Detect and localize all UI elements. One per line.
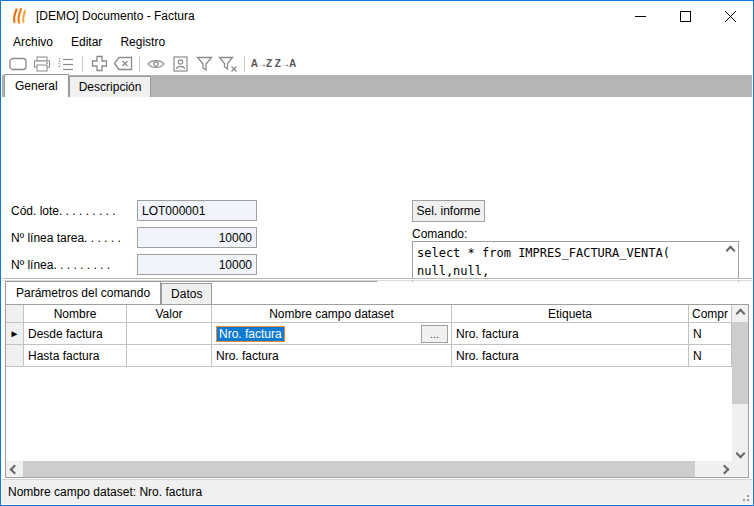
cell-valor[interactable] bbox=[127, 345, 212, 367]
cod-lote-label: Cód. lote. . . . . . . . . bbox=[11, 204, 116, 218]
cell-etiqueta[interactable]: Nro. factura bbox=[452, 323, 689, 345]
sort-desc-icon[interactable]: Z→A bbox=[273, 54, 297, 74]
tab-datos[interactable]: Datos bbox=[161, 283, 212, 304]
filter-clear-icon[interactable] bbox=[216, 54, 240, 74]
scroll-thumb[interactable] bbox=[23, 461, 695, 477]
sel-informe-button[interactable]: Sel. informe bbox=[412, 200, 485, 222]
tab-general[interactable]: General bbox=[4, 74, 69, 97]
svg-text:2: 2 bbox=[58, 61, 61, 67]
column-header-etiqueta[interactable]: Etiqueta bbox=[452, 305, 689, 323]
row-selector bbox=[6, 345, 24, 367]
filter-icon[interactable] bbox=[192, 54, 216, 74]
cell-nombre[interactable]: Desde factura bbox=[24, 323, 127, 345]
menu-registro[interactable]: Registro bbox=[111, 33, 174, 51]
resize-grip-icon[interactable] bbox=[740, 492, 750, 502]
column-header-valor[interactable]: Valor bbox=[127, 305, 212, 323]
scroll-left-icon[interactable] bbox=[6, 461, 22, 477]
grid-vertical-scrollbar[interactable] bbox=[732, 305, 748, 461]
column-header-comprobacion[interactable]: Compr bbox=[689, 305, 732, 323]
column-header-dataset[interactable]: Nombre campo dataset bbox=[212, 305, 452, 323]
num-linea-label: Nº línea. . . . . . . . . bbox=[11, 258, 110, 272]
menu-archivo[interactable]: Archivo bbox=[4, 33, 62, 51]
menu-editar[interactable]: Editar bbox=[62, 33, 111, 51]
cell-etiqueta[interactable]: Nro. factura bbox=[452, 345, 689, 367]
scroll-up-icon[interactable] bbox=[722, 242, 738, 258]
status-bar: Nombre campo dataset: Nro. factura bbox=[2, 479, 752, 504]
delete-icon[interactable] bbox=[111, 54, 135, 74]
close-button[interactable] bbox=[708, 1, 753, 31]
num-linea-field[interactable]: 10000 bbox=[137, 254, 257, 275]
scroll-down-icon[interactable] bbox=[732, 445, 748, 461]
status-text: Nombre campo dataset: Nro. factura bbox=[8, 485, 202, 499]
monitor-icon[interactable] bbox=[6, 54, 30, 74]
num-linea-tarea-label: Nº línea tarea. . . . . . bbox=[11, 231, 121, 245]
tab-parametros[interactable]: Parámetros del comando bbox=[5, 281, 161, 304]
window-title: [DEMO] Documento - Factura bbox=[36, 9, 195, 23]
add-icon[interactable] bbox=[87, 54, 111, 74]
scroll-up-icon[interactable] bbox=[732, 305, 748, 321]
comando-label: Comando: bbox=[412, 227, 467, 241]
scroll-right-icon[interactable] bbox=[716, 461, 732, 477]
cell-valor[interactable] bbox=[127, 323, 212, 345]
toolbar-separator bbox=[82, 56, 83, 72]
scroll-thumb[interactable] bbox=[732, 322, 748, 404]
app-logo-icon bbox=[10, 7, 28, 25]
app-window: [DEMO] Documento - Factura Archivo Edita… bbox=[0, 0, 754, 506]
tab-descripcion[interactable]: Descripción bbox=[69, 76, 152, 97]
main-tabstrip: General Descripción bbox=[2, 75, 752, 97]
scrollbar-corner bbox=[732, 461, 748, 477]
maximize-button[interactable] bbox=[663, 1, 708, 31]
cell-nombre[interactable]: Hasta factura bbox=[24, 345, 127, 367]
menu-bar: Archivo Editar Registro bbox=[2, 31, 752, 52]
cell-dataset[interactable]: Nro. factura bbox=[212, 345, 452, 367]
cell-comprobacion[interactable]: N bbox=[689, 323, 732, 345]
table-row[interactable]: Hasta factura Nro. factura Nro. factura … bbox=[6, 345, 732, 367]
general-panel: Cód. lote. . . . . . . . . LOT000001 Nº … bbox=[2, 97, 752, 278]
parameters-grid: Nombre Valor Nombre campo dataset Etique… bbox=[5, 304, 749, 478]
toolbar: 1 2 bbox=[2, 52, 752, 75]
title-bar: [DEMO] Documento - Factura bbox=[1, 1, 753, 31]
cell-comprobacion[interactable]: N bbox=[689, 345, 732, 367]
grid-header-row: Nombre Valor Nombre campo dataset Etique… bbox=[6, 305, 732, 323]
toolbar-separator bbox=[139, 56, 140, 72]
table-row[interactable]: ► Desde factura Nro. factura ... Nro. fa… bbox=[6, 323, 732, 345]
cell-editor-selected[interactable]: Nro. factura bbox=[216, 326, 285, 342]
grid-header-selector bbox=[6, 305, 24, 323]
current-row-marker-icon: ► bbox=[6, 323, 24, 345]
num-linea-tarea-field[interactable]: 10000 bbox=[137, 227, 257, 248]
lookup-ellipsis-button[interactable]: ... bbox=[421, 325, 448, 343]
card-icon[interactable] bbox=[168, 54, 192, 74]
sort-asc-icon[interactable]: A→Z bbox=[249, 54, 273, 74]
list-icon[interactable]: 1 2 bbox=[54, 54, 78, 74]
lower-tabstrip: Parámetros del comando Datos bbox=[2, 282, 752, 304]
view-icon[interactable] bbox=[144, 54, 168, 74]
column-header-nombre[interactable]: Nombre bbox=[24, 305, 127, 323]
minimize-button[interactable] bbox=[618, 1, 663, 31]
print-icon[interactable] bbox=[30, 54, 54, 74]
cell-dataset[interactable]: Nro. factura ... bbox=[212, 323, 452, 345]
toolbar-separator bbox=[244, 56, 245, 72]
grid-horizontal-scrollbar[interactable] bbox=[6, 461, 732, 477]
cod-lote-field[interactable]: LOT000001 bbox=[137, 200, 257, 221]
